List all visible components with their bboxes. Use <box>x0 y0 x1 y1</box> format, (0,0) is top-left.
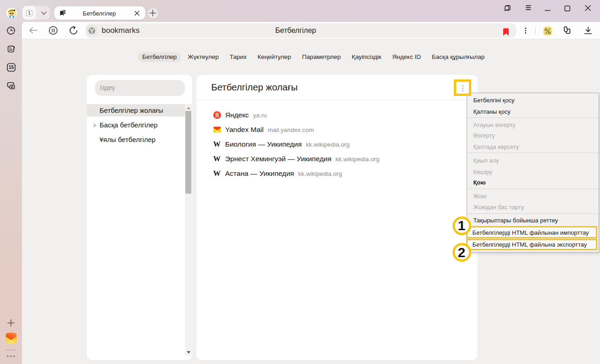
svg-text:1: 1 <box>28 10 31 16</box>
svg-text:Я: Я <box>51 28 55 33</box>
svg-text:15: 15 <box>9 64 14 70</box>
